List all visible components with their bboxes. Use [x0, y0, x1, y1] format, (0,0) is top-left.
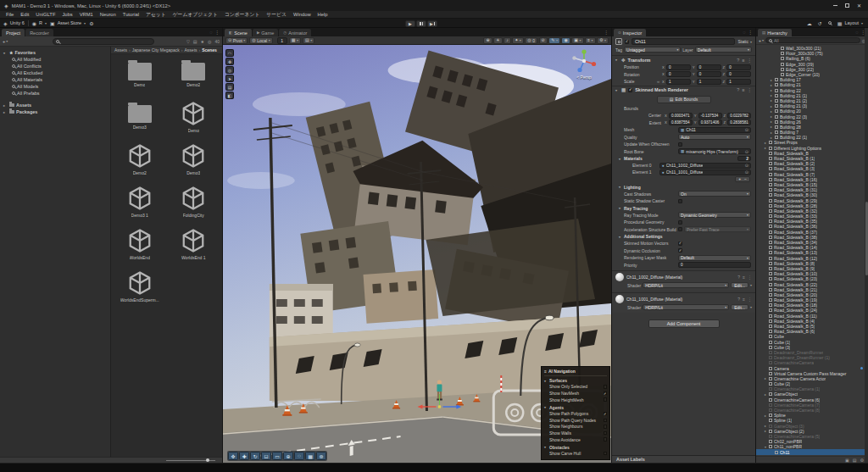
favorite-item[interactable]: All Conflicts [0, 63, 110, 69]
component-menu-icon[interactable]: ⋮ [748, 297, 752, 302]
section-additional-settings[interactable]: ▾Additional Settings [612, 233, 755, 240]
icon-size-slider[interactable] [166, 460, 215, 461]
checkbox[interactable] [604, 452, 608, 456]
collapse-arrow-icon[interactable]: ▸ [764, 429, 767, 433]
checkbox[interactable] [604, 419, 608, 423]
collapse-arrow-icon[interactable]: ▸ [3, 103, 8, 108]
favorite-item[interactable]: All Materials [0, 76, 110, 83]
z-field[interactable]: 0.0229782 [727, 113, 751, 119]
menu-jobs[interactable]: Jobs [58, 12, 75, 17]
panel-menu-icon[interactable]: ⋮ [215, 30, 220, 35]
smr-component-header[interactable]: ▾ ▦ ✓ Skinned Mesh Renderer ? ≡ ⋮ [612, 86, 755, 94]
editor-tool-icon[interactable]: ⊛ [316, 452, 326, 460]
component-menu-icon[interactable]: ⋮ [748, 275, 752, 280]
tool-handle-rotation-dropdown[interactable]: ◎ Local ▾ [249, 37, 272, 44]
asset-item[interactable]: Demo3 [113, 101, 167, 141]
dropdown[interactable]: HDRP/Lit▾ [643, 304, 729, 310]
checkbox[interactable] [604, 397, 608, 402]
menu-vrm1[interactable]: VRM1 [76, 12, 97, 17]
favorite-item[interactable]: All Excluded [0, 69, 110, 76]
overlay-settings-icon[interactable]: ⚙▾ [597, 37, 609, 44]
asset-item[interactable]: WorldsEnd 1 [167, 228, 221, 268]
list-view-icon[interactable]: ▤ [853, 458, 857, 463]
cloud-upload-icon[interactable]: ☁ [807, 20, 812, 26]
grid-size-field[interactable]: 1 [277, 37, 287, 44]
collapse-arrow-icon[interactable]: ▸ [770, 83, 773, 87]
nav-section-obstacles[interactable]: ▾Obstacles [544, 444, 607, 450]
render-doodads-icon[interactable]: ⊕ [483, 37, 492, 44]
drag-handle-icon[interactable]: ≡ [544, 369, 547, 374]
x-field[interactable]: 0 [666, 64, 691, 70]
zoom-tool-icon[interactable]: ◎ [225, 66, 234, 74]
tab-project[interactable]: Project [2, 29, 25, 36]
menu-ゲームオブジェクト[interactable]: ゲームオブジェクト [170, 11, 221, 19]
x-field[interactable]: 0 [666, 71, 691, 77]
help-icon[interactable]: ? [737, 297, 740, 302]
hierarchy-scrollbar[interactable] [865, 28, 868, 463]
chevron-down-icon[interactable]: ▾ [750, 305, 752, 309]
edit-bounds-button[interactable]: ▤ Edit Bounds [657, 96, 711, 103]
asset-item[interactable]: Demo [167, 101, 221, 141]
checkbox[interactable]: ✓ [604, 412, 608, 416]
collapse-arrow-icon[interactable]: ▸ [770, 93, 773, 97]
undo-history-icon[interactable]: ↺ [818, 20, 822, 26]
hierarchy-search-input[interactable]: All [765, 37, 860, 43]
object-picker-icon[interactable]: ⊙ [745, 149, 748, 154]
checkbox[interactable] [678, 142, 682, 147]
preset-icon[interactable]: ≡ [742, 58, 744, 63]
orbit-tool-icon[interactable]: ◠ [225, 49, 234, 57]
z-field[interactable]: 1 [726, 79, 751, 85]
scale-tool-icon[interactable]: ⊡ [261, 452, 271, 460]
layer-dropdown[interactable]: Default ▾ [695, 47, 752, 53]
collapse-arrow-icon[interactable]: ▸ [764, 376, 767, 380]
project-search-input[interactable] [53, 38, 154, 45]
settings-gear-icon[interactable]: ⚙ [89, 20, 93, 26]
menu-file[interactable]: File [3, 12, 17, 17]
hierarchy-item[interactable]: Ch11 [756, 449, 868, 454]
breadcrumb-item[interactable]: Scenes [202, 47, 217, 53]
tool-handle-pivot-dropdown[interactable]: ⊙ Pivot ▾ [225, 37, 248, 44]
tree-root-assets[interactable]: ▸Assets [0, 102, 110, 108]
tab-recorder[interactable]: Recorder [25, 29, 53, 36]
panel-lock-icon[interactable]: ◌ [209, 30, 212, 35]
asset-item[interactable]: WorldsEndSuperm... [113, 270, 167, 310]
collapse-arrow-icon[interactable]: ▸ [770, 136, 773, 140]
object-field[interactable]: ▦mixamorig:Hips (Transform)⊙ [678, 148, 751, 154]
z-field[interactable]: 0.2838581 [727, 119, 751, 125]
collapse-arrow-icon[interactable]: ▸ [3, 110, 8, 114]
object-field[interactable]: ▦Ch11⊙ [678, 127, 751, 133]
edit-shader-button[interactable]: Edit... [731, 282, 748, 288]
z-field[interactable]: 0 [726, 64, 751, 70]
component-menu-icon[interactable]: ⋮ [748, 58, 753, 63]
materials-count-field[interactable]: 2 [737, 156, 751, 162]
search-icon[interactable] [828, 21, 832, 25]
pause-button[interactable] [416, 20, 426, 27]
gizmo-perspective-label[interactable]: < Persp [567, 75, 601, 80]
breadcrumb-item[interactable]: Japanese City Megapack [132, 47, 180, 53]
edit-shader-button[interactable]: Edit... [731, 304, 748, 310]
search-tool-icon[interactable]: ◌ [294, 452, 304, 460]
chevron-down-icon[interactable]: ▾ [750, 283, 752, 287]
help-icon[interactable]: ? [737, 58, 739, 63]
y-field[interactable]: 0.9371406 [698, 119, 722, 125]
minimize-button[interactable] [833, 5, 837, 6]
object-picker-icon[interactable]: ⊙ [745, 163, 748, 168]
pin-icon[interactable]: ▣ [845, 458, 849, 463]
collapse-arrow-icon[interactable]: ▸ [770, 98, 773, 103]
breadcrumb-item[interactable]: Assets [185, 47, 198, 53]
breadcrumb-item[interactable]: Assets [114, 47, 127, 53]
checkbox[interactable] [604, 437, 608, 441]
step-button[interactable]: ▶ [427, 20, 437, 27]
collapse-arrow-icon[interactable]: ▸ [770, 114, 773, 119]
materials-foldout[interactable]: ▾ Materials 2 [612, 155, 755, 162]
foldout-arrow-icon[interactable]: ▾ [615, 58, 619, 62]
tab-scene[interactable]: ◧Scene [225, 29, 252, 36]
play-button[interactable]: ▶ [405, 20, 415, 27]
snap-increment-dropdown[interactable]: ▤ ▾ [303, 37, 314, 44]
y-field[interactable]: -0.137534 [698, 113, 722, 119]
save-search-icon[interactable]: ★ [201, 39, 204, 44]
menu-neuron[interactable]: Neuron [97, 12, 120, 17]
menu-コンポーネント[interactable]: コンポーネント [221, 11, 263, 19]
collapse-arrow-icon[interactable]: ▸ [770, 104, 773, 108]
favorite-item[interactable]: All Prefabs [0, 90, 110, 97]
